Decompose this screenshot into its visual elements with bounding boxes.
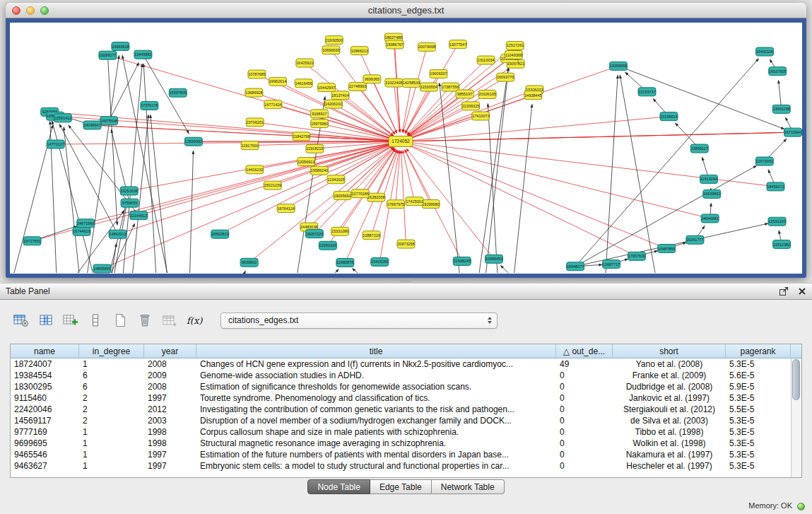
graph-node[interactable]: 16562819: [211, 230, 229, 238]
graph-node[interactable]: 23110034: [477, 56, 495, 64]
graph-node[interactable]: 22673051: [755, 157, 773, 165]
graph-node[interactable]: 20261777: [686, 235, 704, 244]
table-cell[interactable]: 2008: [144, 358, 196, 370]
table-row[interactable]: 946554611997Estimation of the future num…: [11, 449, 791, 460]
table-cell[interactable]: Estimation of significance thresholds fo…: [196, 381, 556, 392]
table-cell[interactable]: Tibbo et al. (1998): [613, 426, 726, 438]
graph-node[interactable]: 11613294: [700, 175, 717, 183]
table-cell[interactable]: 5.3E-5: [726, 392, 791, 404]
graph-node[interactable]: 23717551: [23, 237, 41, 245]
column-header-name[interactable]: name: [11, 344, 79, 358]
graph-node[interactable]: 21930500: [325, 36, 343, 45]
graph-node[interactable]: 15589240: [310, 166, 328, 175]
table-cell[interactable]: 18724007: [11, 358, 79, 370]
graph-node[interactable]: 19358655: [609, 62, 627, 70]
graph-node[interactable]: 15597806: [169, 88, 187, 97]
table-cell[interactable]: 5.9E-5: [726, 381, 791, 392]
graph-node[interactable]: 15021239: [264, 181, 281, 189]
table-cell[interactable]: 1: [79, 449, 144, 460]
graph-node[interactable]: 24646681: [701, 214, 719, 223]
table-cell[interactable]: 1: [79, 460, 144, 472]
graph-node[interactable]: 14616456: [295, 79, 312, 88]
table-cell[interactable]: 6: [79, 381, 144, 392]
graph-node[interactable]: 12531200: [768, 217, 786, 226]
table-cell[interactable]: 2: [79, 415, 144, 426]
graph-node[interactable]: 14416232: [246, 165, 264, 174]
table-cell[interactable]: 5.3E-5: [726, 415, 791, 426]
graph-node[interactable]: 11917000: [241, 141, 259, 150]
column-header-out_de[interactable]: △ out_de...: [556, 344, 613, 358]
graph-node[interactable]: 18459172: [767, 182, 784, 191]
table-cell[interactable]: 2003: [144, 415, 196, 426]
graph-node[interactable]: 22153737: [638, 88, 656, 96]
table-cell[interactable]: 5.5E-5: [726, 404, 791, 415]
table-selector-combobox[interactable]: citations_edges.txt: [220, 313, 498, 329]
table-cell[interactable]: Corpus callosum shape and size in male p…: [196, 426, 556, 438]
new-table-button[interactable]: [110, 311, 130, 329]
graph-node[interactable]: 10989452: [485, 255, 502, 263]
graph-node[interactable]: 22164913: [130, 211, 148, 220]
table-cell[interactable]: de Silva et al. (2003): [613, 415, 726, 426]
table-cell[interactable]: Disruption of a novel member of a sodium…: [196, 415, 556, 426]
graph-node[interactable]: 17957639: [628, 252, 645, 260]
table-cell[interactable]: 19384554: [11, 370, 79, 381]
graph-node[interactable]: 10487856: [658, 245, 676, 253]
window-titlebar[interactable]: citations_edges.txt: [6, 3, 806, 18]
table-cell[interactable]: 1997: [144, 460, 196, 472]
graph-node[interactable]: 17376178: [141, 101, 158, 110]
table-row[interactable]: 911546021997Tourette syndrome. Phenomeno…: [11, 392, 791, 404]
graph-node[interactable]: 23252638: [120, 187, 138, 195]
graph-node[interactable]: 15975960: [311, 119, 329, 128]
table-row[interactable]: 1456911722003Disruption of a novel membe…: [11, 415, 791, 426]
graph-node[interactable]: 17697975: [387, 200, 404, 209]
graph-node[interactable]: 13445882: [134, 50, 152, 59]
graph-node[interactable]: 13686928: [245, 88, 263, 97]
graph-node[interactable]: 14895895: [93, 264, 111, 273]
table-cell[interactable]: 0: [556, 381, 613, 392]
table-cell[interactable]: 2012: [144, 404, 196, 415]
table-cell[interactable]: 1: [79, 358, 144, 370]
graph-node[interactable]: 23069618: [112, 42, 129, 51]
graph-node[interactable]: 12699992: [184, 137, 202, 146]
graph-node[interactable]: 16057220: [305, 230, 323, 238]
graph-node[interactable]: 24096647: [83, 121, 101, 129]
graph-node[interactable]: 22591412: [54, 114, 71, 122]
table-scrollbar-thumb[interactable]: [792, 359, 800, 400]
table-cell[interactable]: 5.6E-5: [726, 370, 791, 381]
graph-node[interactable]: 12980876: [336, 258, 354, 267]
table-cell[interactable]: 0: [556, 460, 613, 472]
table-row[interactable]: 1830029562008Estimation of significance …: [11, 381, 791, 392]
table-cell[interactable]: Dudbridge et al. (2008): [613, 381, 726, 392]
table-cell[interactable]: 5.3E-5: [726, 426, 791, 438]
table-cell[interactable]: Yano et al. (2008): [613, 358, 726, 370]
table-cell[interactable]: 0: [556, 415, 613, 426]
graph-node[interactable]: 14770137: [47, 140, 64, 148]
graph-node[interactable]: 13991198: [772, 105, 790, 113]
table-cell[interactable]: 1998: [144, 426, 196, 438]
graph-node[interactable]: 13077547: [449, 40, 466, 49]
table-cell[interactable]: 14569117: [11, 415, 79, 426]
graph-node[interactable]: 23859117: [690, 144, 708, 153]
graph-node[interactable]: 13687717: [603, 260, 620, 269]
table-cell[interactable]: 1: [79, 426, 144, 438]
float-panel-button[interactable]: [779, 286, 789, 296]
table-cell[interactable]: 2008: [144, 381, 196, 392]
graph-node[interactable]: 23706201: [246, 118, 264, 127]
graph-node[interactable]: 10787685: [248, 70, 266, 78]
graph-node[interactable]: 16710940: [784, 128, 802, 136]
graph-node[interactable]: 16764124: [277, 204, 295, 213]
graph-node[interactable]: 11022408: [385, 78, 403, 87]
table-cell[interactable]: 1997: [144, 449, 196, 460]
graph-node[interactable]: 22938245: [453, 257, 471, 265]
graph-node[interactable]: 9639902: [240, 258, 258, 267]
graph-node[interactable]: 20079068: [418, 42, 435, 51]
graph-node[interactable]: 20973258: [397, 240, 415, 248]
table-cell[interactable]: 9465546: [11, 449, 79, 460]
graph-node[interactable]: 11049368: [505, 51, 522, 59]
table-cell[interactable]: Wolkin et al. (1998): [613, 438, 726, 449]
graph-node[interactable]: 16037605: [769, 67, 787, 76]
close-panel-button[interactable]: [798, 287, 806, 296]
graph-node[interactable]: 16639652: [703, 189, 721, 198]
graph-node[interactable]: 9855197: [456, 90, 473, 98]
graph-node[interactable]: 19431106: [756, 47, 774, 56]
